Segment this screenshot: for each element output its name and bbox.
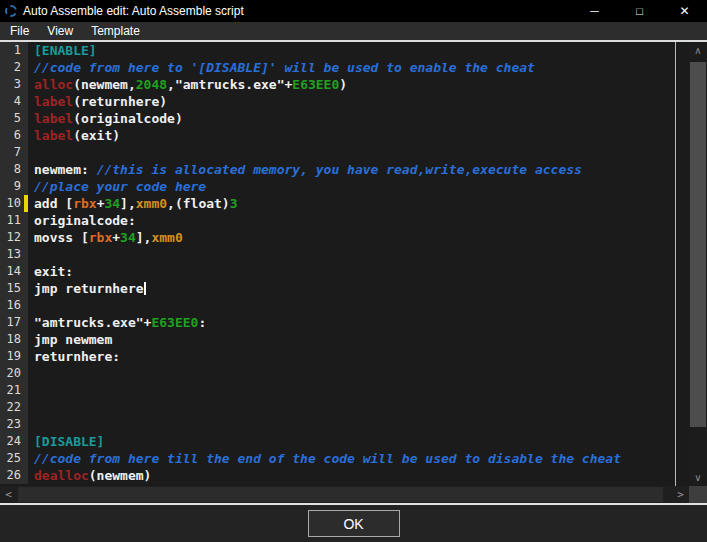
- line-number: 17: [0, 314, 28, 331]
- code-line-21[interactable]: 21: [0, 382, 689, 399]
- code-line-8[interactable]: 8newmem: //this is allocated memory, you…: [0, 161, 689, 178]
- line-number: 24: [0, 433, 28, 450]
- code-text: "amtrucks.exe"+E63EE0:: [28, 314, 689, 331]
- code-token: label: [34, 111, 73, 126]
- horizontal-scrollbar[interactable]: < >: [0, 486, 707, 503]
- code-line-23[interactable]: 23: [0, 416, 689, 433]
- code-token: jmp returnhere: [34, 281, 144, 296]
- vertical-scrollbar[interactable]: ∧ ∨: [689, 42, 707, 486]
- scroll-up-arrow-icon[interactable]: ∧: [689, 42, 707, 59]
- line-number: 4: [0, 93, 28, 110]
- line-number: 8: [0, 161, 28, 178]
- code-text: [28, 382, 689, 399]
- code-text: exit:: [28, 263, 689, 280]
- scrollbar-corner: [689, 486, 707, 503]
- code-token: (returnhere): [73, 94, 167, 109]
- code-line-18[interactable]: 18jmp newmem: [0, 331, 689, 348]
- code-line-14[interactable]: 14exit:: [0, 263, 689, 280]
- menu-view[interactable]: View: [38, 23, 82, 39]
- code-line-13[interactable]: 13: [0, 246, 689, 263]
- maximize-button[interactable]: □: [617, 0, 662, 22]
- code-line-5[interactable]: 5label(originalcode): [0, 110, 689, 127]
- code-line-15[interactable]: 15jmp returnhere: [0, 280, 689, 297]
- line-number: 22: [0, 399, 28, 416]
- code-line-2[interactable]: 2//code from here to '[DISABLE]' will be…: [0, 59, 689, 76]
- code-text: originalcode:: [28, 212, 689, 229]
- code-token: //code from here till the end of the cod…: [34, 451, 621, 466]
- line-number: 13: [0, 246, 28, 263]
- right-margin-guide: [675, 42, 676, 486]
- code-token: jmp newmem: [34, 332, 112, 347]
- code-line-26[interactable]: 26dealloc(newmem): [0, 467, 689, 484]
- menu-template[interactable]: Template: [82, 23, 149, 39]
- code-lines[interactable]: 1[ENABLE]2//code from here to '[DISABLE]…: [0, 42, 689, 486]
- horizontal-scrollbar-thumb[interactable]: [18, 487, 663, 502]
- line-number: 1: [0, 42, 28, 59]
- text-caret: [144, 282, 146, 295]
- cheat-engine-icon: [5, 5, 17, 17]
- window-title: Auto Assemble edit: Auto Assemble script: [23, 4, 244, 18]
- code-token: //this is allocated memory, you have rea…: [97, 162, 582, 177]
- code-token: xmm0: [151, 230, 182, 245]
- code-token: +: [112, 230, 120, 245]
- code-line-22[interactable]: 22: [0, 399, 689, 416]
- code-line-6[interactable]: 6label(exit): [0, 127, 689, 144]
- code-line-11[interactable]: 11originalcode:: [0, 212, 689, 229]
- code-token: 34: [104, 196, 120, 211]
- code-token: label: [34, 128, 73, 143]
- vertical-scrollbar-thumb[interactable]: [690, 62, 706, 427]
- ok-button[interactable]: OK: [308, 510, 400, 537]
- code-text: [28, 399, 689, 416]
- menu-file[interactable]: File: [1, 23, 38, 39]
- code-text: [28, 365, 689, 382]
- code-line-20[interactable]: 20: [0, 365, 689, 382]
- code-line-7[interactable]: 7: [0, 144, 689, 161]
- code-token: (originalcode): [73, 111, 183, 126]
- code-text: label(exit): [28, 127, 689, 144]
- code-token: :: [198, 315, 206, 330]
- code-text: [28, 144, 689, 161]
- titlebar[interactable]: Auto Assemble edit: Auto Assemble script…: [0, 0, 707, 22]
- code-text: [DISABLE]: [28, 433, 689, 450]
- code-line-9[interactable]: 9//place your code here: [0, 178, 689, 195]
- code-line-1[interactable]: 1[ENABLE]: [0, 42, 689, 59]
- line-number: 6: [0, 127, 28, 144]
- line-number: 21: [0, 382, 28, 399]
- scroll-down-arrow-icon[interactable]: ∨: [689, 469, 707, 486]
- minimize-button[interactable]: ─: [572, 0, 617, 22]
- code-token: ,"amtrucks.exe"+: [167, 77, 292, 92]
- horizontal-scrollbar-track[interactable]: [17, 486, 672, 503]
- line-number: 15: [0, 280, 28, 297]
- code-text: add [rbx+34],xmm0,(float)3: [28, 195, 689, 212]
- line-number: 23: [0, 416, 28, 433]
- code-line-4[interactable]: 4label(returnhere): [0, 93, 689, 110]
- code-line-19[interactable]: 19returnhere:: [0, 348, 689, 365]
- code-token: (newmem,: [73, 77, 136, 92]
- code-line-12[interactable]: 12movss [rbx+34],xmm0: [0, 229, 689, 246]
- line-number: 14: [0, 263, 28, 280]
- script-editor[interactable]: 1[ENABLE]2//code from here to '[DISABLE]…: [0, 40, 707, 486]
- code-token: label: [34, 94, 73, 109]
- code-token: ): [339, 77, 347, 92]
- scroll-right-arrow-icon[interactable]: >: [672, 486, 689, 503]
- code-line-3[interactable]: 3alloc(newmem,2048,"amtrucks.exe"+E63EE0…: [0, 76, 689, 93]
- code-line-10[interactable]: 10add [rbx+34],xmm0,(float)3: [0, 195, 689, 212]
- code-token: E63EE0: [292, 77, 339, 92]
- minimize-icon: ─: [590, 4, 599, 18]
- code-token: [ENABLE]: [34, 43, 97, 58]
- code-text: [28, 297, 689, 314]
- code-text: //place your code here: [28, 178, 689, 195]
- code-text: //code from here till the end of the cod…: [28, 450, 689, 467]
- code-line-24[interactable]: 24[DISABLE]: [0, 433, 689, 450]
- code-token: originalcode:: [34, 213, 136, 228]
- scroll-left-arrow-icon[interactable]: <: [0, 486, 17, 503]
- code-line-17[interactable]: 17"amtrucks.exe"+E63EE0:: [0, 314, 689, 331]
- line-number: 26: [0, 467, 28, 484]
- code-token: rbx: [73, 196, 96, 211]
- close-button[interactable]: ✕: [662, 0, 707, 22]
- line-number: 9: [0, 178, 28, 195]
- code-line-16[interactable]: 16: [0, 297, 689, 314]
- code-line-25[interactable]: 25//code from here till the end of the c…: [0, 450, 689, 467]
- active-line-marker: [24, 195, 28, 212]
- code-token: dealloc: [34, 468, 89, 483]
